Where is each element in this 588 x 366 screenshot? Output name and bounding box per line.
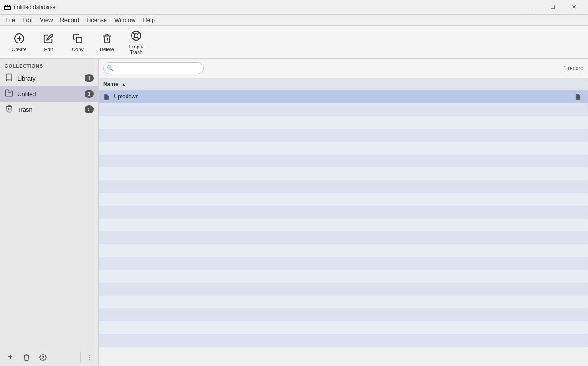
edit-button[interactable]: Edit (35, 29, 62, 55)
table-row[interactable]: Uptodown (99, 91, 588, 103)
settings-button[interactable] (37, 351, 49, 364)
empty-cell (99, 129, 588, 142)
row-icon (103, 93, 111, 100)
menu-view[interactable]: View (36, 15, 56, 26)
table-row (99, 334, 588, 347)
create-icon (14, 32, 25, 45)
copy-icon (73, 32, 83, 45)
table-row (99, 103, 588, 116)
sidebar-item-unfiled[interactable]: Unfiled 1 (0, 86, 98, 102)
sidebar-item-library-label: Library (17, 75, 81, 82)
menu-window[interactable]: Window (111, 15, 139, 26)
table-row (99, 167, 588, 180)
empty-cell (99, 103, 588, 116)
menubar: File Edit View Record License Window Hel… (0, 15, 588, 26)
table-row (99, 296, 588, 308)
table-row (99, 321, 588, 334)
menu-help[interactable]: Help (139, 15, 159, 26)
name-sort-icon: ▲ (122, 82, 126, 87)
menu-edit[interactable]: Edit (19, 15, 36, 26)
empty-cell (99, 257, 588, 270)
empty-cell (99, 167, 588, 180)
empty-cell (99, 231, 588, 244)
empty-cell (99, 270, 588, 283)
table-row (99, 180, 588, 193)
main-area: Collections Library 1 Unfiled 1 (0, 59, 588, 366)
search-bar: 🔍 1 record (99, 59, 588, 78)
table-row (99, 308, 588, 321)
name-cell: Uptodown (99, 91, 588, 103)
sidebar-item-trash-count: 0 (85, 105, 94, 113)
records-table: Name ▲ (99, 78, 588, 347)
minimize-button[interactable]: — (521, 0, 542, 15)
svg-line-9 (133, 37, 135, 38)
empty-cell (99, 180, 588, 193)
table-row (99, 244, 588, 257)
table-row (99, 129, 588, 142)
create-button[interactable]: Create (5, 29, 33, 55)
titlebar: 🗃 untitled database — ☐ ✕ (0, 0, 588, 15)
resize-handle[interactable]: ⋮ (85, 354, 95, 361)
copy-label: Copy (72, 47, 84, 52)
create-label: Create (11, 47, 26, 52)
empty-cell (99, 142, 588, 155)
app-icon: 🗃 (4, 3, 11, 11)
sidebar-item-library[interactable]: Library 1 (0, 70, 98, 86)
name-column-label: Name (103, 81, 118, 87)
sidebar-item-unfiled-count: 1 (85, 90, 94, 98)
window-title: untitled database (14, 4, 521, 11)
search-icon: 🔍 (107, 65, 114, 71)
edit-label: Edit (44, 47, 53, 52)
toolbar: Create Edit Copy (0, 26, 588, 59)
name-column-header[interactable]: Name ▲ (99, 78, 588, 91)
search-input[interactable] (103, 62, 204, 74)
empty-cell (99, 296, 588, 308)
close-button[interactable]: ✕ (563, 0, 584, 15)
unfiled-icon (5, 89, 14, 99)
menu-record[interactable]: Record (56, 15, 83, 26)
menu-file[interactable]: File (2, 15, 19, 26)
table-body: Uptodown (99, 91, 588, 347)
sidebar-item-trash[interactable]: Trash 0 (0, 102, 98, 117)
table-header-row: Name ▲ (99, 78, 588, 91)
table-row (99, 231, 588, 244)
empty-cell (99, 334, 588, 347)
svg-point-5 (134, 34, 138, 38)
empty-cell (99, 308, 588, 321)
table-row (99, 155, 588, 167)
table-row (99, 206, 588, 219)
empty-cell (99, 283, 588, 296)
delete-button[interactable]: Delete (93, 29, 121, 55)
table-row (99, 116, 588, 129)
content-area: 🔍 1 record Name ▲ (99, 59, 588, 366)
empty-cell (99, 219, 588, 231)
empty-cell (99, 206, 588, 219)
empty-cell (99, 116, 588, 129)
svg-line-7 (138, 37, 139, 38)
delete-collection-button[interactable] (20, 351, 33, 364)
sidebar-item-unfiled-label: Unfiled (17, 91, 81, 97)
empty-cell (99, 244, 588, 257)
delete-label: Delete (100, 47, 114, 52)
table-wrap: Name ▲ (99, 78, 588, 366)
sidebar: Collections Library 1 Unfiled 1 (0, 59, 99, 366)
empty-cell (99, 193, 588, 206)
svg-point-11 (42, 356, 44, 358)
empty-trash-button[interactable]: Empty Trash (122, 29, 150, 55)
attachment-icon (575, 93, 581, 101)
sidebar-bottom: + ⋮ (0, 348, 98, 366)
add-collection-button[interactable]: + (4, 351, 16, 364)
row-name: Uptodown (114, 93, 138, 100)
edit-icon (43, 32, 53, 45)
search-wrap: 🔍 (103, 62, 204, 74)
table-row (99, 257, 588, 270)
copy-button[interactable]: Copy (64, 29, 91, 55)
library-icon (5, 73, 14, 83)
table-row (99, 219, 588, 231)
table-row (99, 142, 588, 155)
delete-icon (102, 32, 112, 45)
menu-license[interactable]: License (83, 15, 111, 26)
svg-line-6 (133, 32, 135, 34)
collections-header: Collections (0, 59, 98, 70)
maximize-button[interactable]: ☐ (542, 0, 563, 15)
